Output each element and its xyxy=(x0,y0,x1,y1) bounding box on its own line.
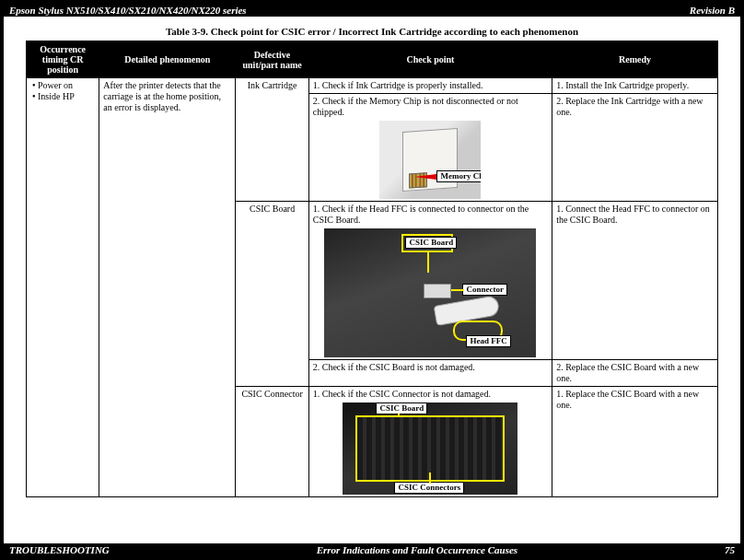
part-ink-cartridge: Ink Cartridge xyxy=(236,78,308,202)
label-head-ffc: Head FFC xyxy=(466,335,510,347)
col-defective: Defective unit/part name xyxy=(236,41,308,78)
occurrence-item: Power on xyxy=(32,80,95,91)
footer-title: Error Indications and Fault Occurrence C… xyxy=(317,544,518,555)
label-connector: Connector xyxy=(462,284,507,296)
figure-memory-chip: Memory Chip xyxy=(313,121,548,199)
check-r1b: 2. Check if the Memory Chip is not disco… xyxy=(313,96,548,118)
col-check-point: Check point xyxy=(308,41,552,78)
remedy-r2b: 2. Replace the CSIC Board with a new one… xyxy=(552,360,718,387)
footer-page: 75 xyxy=(725,544,735,555)
check-r1b-cell: 2. Check if the Memory Chip is not disco… xyxy=(308,94,552,202)
label-csic-board: CSIC Board xyxy=(405,237,457,249)
figure-csic-board: CSIC Board Connector Head FFC xyxy=(313,228,548,357)
page: Epson Stylus NX510/SX410/SX210/NX420/NX2… xyxy=(4,4,740,556)
remedy-r2a: 1. Connect the Head FFC to connector on … xyxy=(552,202,718,360)
footer-section: TROUBLESHOOTING xyxy=(9,544,110,555)
check-r1a: 1. Check if Ink Cartridge is properly in… xyxy=(308,78,552,94)
phenomenon-cell: After the printer detects that the carri… xyxy=(99,78,236,497)
header-product: Epson Stylus NX510/SX410/SX210/NX420/NX2… xyxy=(9,5,247,16)
photo-csic-board: CSIC Board Connector Head FFC xyxy=(324,228,536,357)
content-area: Table 3-9. Check point for CSIC error / … xyxy=(4,17,740,543)
col-phenomenon: Detailed phenomenon xyxy=(99,41,236,78)
part-csic-board: CSIC Board xyxy=(236,202,308,387)
check-point-table: Occurrence timing CR position Detailed p… xyxy=(26,41,718,497)
remedy-r3a: 1. Replace the CSIC Board with a new one… xyxy=(552,387,718,497)
occurrence-item: Inside HP xyxy=(32,91,95,102)
header-bar: Epson Stylus NX510/SX410/SX210/NX420/NX2… xyxy=(4,4,740,17)
check-r2a: 1. Check if the Head FFC is connected to… xyxy=(313,204,548,226)
col-occurrence: Occurrence timing CR position xyxy=(27,41,99,78)
photo-csic-connector: CSIC Board CSIC Connectors xyxy=(343,402,517,495)
check-r2b: 2. Check if the CSIC Board is not damage… xyxy=(308,360,552,387)
check-r3a-cell: 1. Check if the CSIC Connector is not da… xyxy=(308,387,552,497)
remedy-r1b: 2. Replace the Ink Cartridge with a new … xyxy=(552,94,718,202)
part-csic-connector: CSIC Connector xyxy=(236,387,308,497)
header-revision: Revision B xyxy=(690,5,735,16)
check-r3a: 1. Check if the CSIC Connector is not da… xyxy=(313,389,548,400)
occurrence-cell: Power on Inside HP xyxy=(27,78,99,497)
col-remedy: Remedy xyxy=(552,41,718,78)
check-r2a-cell: 1. Check if the Head FFC is connected to… xyxy=(308,202,552,360)
figure-csic-connector: CSIC Board CSIC Connectors xyxy=(313,402,548,495)
label-memory-chip: Memory Chip xyxy=(436,170,481,182)
table-caption: Table 3-9. Check point for CSIC error / … xyxy=(26,26,718,37)
remedy-r1a: 1. Install the Ink Cartridge properly. xyxy=(552,78,718,94)
footer-bar: TROUBLESHOOTING Error Indications and Fa… xyxy=(4,543,740,556)
photo-ink-cartridge: Memory Chip xyxy=(379,121,481,199)
label-csic-board-2: CSIC Board xyxy=(376,402,427,414)
